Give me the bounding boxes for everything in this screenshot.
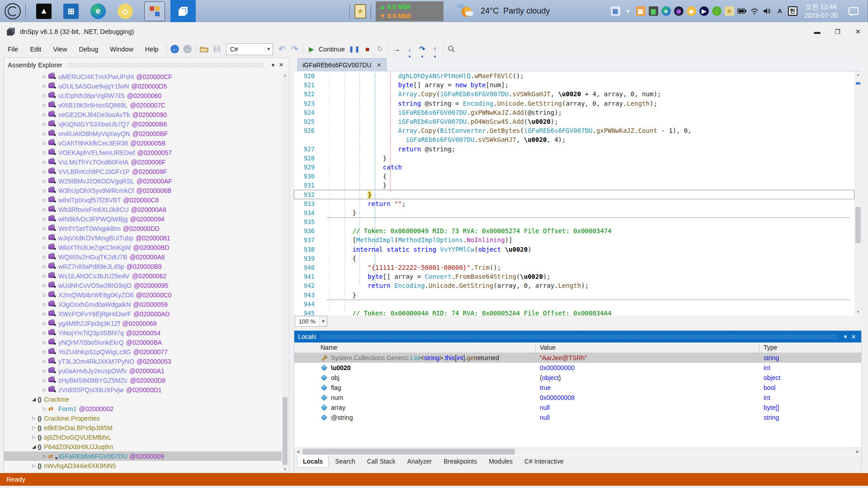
code-line-936[interactable]: 936// Token: 0x06000049 RID: 73 RVA: 0x0… [294, 226, 854, 235]
code-line-928[interactable]: 928} [294, 154, 854, 163]
code-line-927[interactable]: 927return @string; [294, 145, 854, 154]
code-line-937[interactable]: 937[MethodImpl(MethodImplOptions.NoInlin… [294, 235, 854, 244]
code-line-944[interactable]: 944 [294, 300, 854, 309]
ime-korean-icon[interactable]: 한 [788, 6, 797, 16]
weather-widget[interactable]: 24°C Partly cloudy [457, 4, 550, 19]
code-line-929[interactable]: 929catch [294, 163, 854, 172]
step-into-button[interactable]: ↓ [403, 43, 416, 56]
scroll-up-icon[interactable]: ▲ [282, 72, 288, 79]
scroll-down-icon[interactable]: ▼ [854, 309, 862, 315]
stop-debugging-button[interactable]: ■ [361, 43, 374, 56]
show-next-statement-button[interactable]: → [391, 43, 403, 56]
expand-icon[interactable]: ▷ [41, 292, 48, 297]
expand-icon[interactable]: ▷ [41, 406, 48, 411]
tree-item-yg4Mtlh2JFpi3q3K1Zf[interactable]: ▷yg4Mtlh2JFpi3q3K1Zf@02000068 [4, 319, 282, 328]
panel-splitter[interactable] [289, 57, 294, 473]
volume-icon[interactable] [763, 6, 772, 16]
tab-call-stack[interactable]: Call Stack [362, 455, 401, 467]
locals-column-headers[interactable]: Name Value Type [294, 343, 861, 353]
documents-icon[interactable]: ▨ [636, 6, 646, 16]
expand-icon[interactable]: ▷ [41, 349, 48, 354]
tab-search[interactable]: Search [330, 455, 360, 467]
expand-icon[interactable]: ▷ [41, 302, 48, 307]
undo-button[interactable]: ↶ [276, 43, 288, 56]
chart-icon[interactable]: ▆ [649, 6, 658, 16]
expand-icon[interactable]: ▷ [41, 150, 48, 155]
battery-icon[interactable] [737, 6, 747, 16]
start-button[interactable] [5, 3, 21, 19]
taskbar-clock[interactable]: 오전 12:44 2023-07-20 [803, 3, 839, 20]
dark-media-app-icon[interactable]: ▲ [36, 4, 52, 19]
yellow-messenger-icon[interactable]: ◇ [118, 4, 133, 19]
expand-icon[interactable]: ▷ [41, 84, 48, 89]
expand-icon[interactable]: ▷ [41, 178, 48, 183]
step-over-button[interactable]: ↷ [416, 43, 429, 56]
expand-icon[interactable]: ▷ [41, 378, 48, 383]
document-tab[interactable]: iGFaREb6s6FGV007DU ✕ [297, 58, 387, 71]
tree-item-zHyBkiSIb08BYGZ5MZc[interactable]: ▷zHyBkiSIb08BYGZ5MZc@020000D8 [4, 375, 282, 385]
navigate-forward-button[interactable]: → [181, 43, 194, 56]
expand-icon[interactable]: ▷ [41, 273, 48, 278]
tree-item-vOAhT8hKkfkCec3ER38[interactable]: ▷vOAhT8hKkfkCec3ER38@0200005B [4, 138, 282, 148]
tab-close-icon[interactable]: ✕ [377, 62, 382, 68]
tree-item-uOUL5ASGue9vjqY1fwN[interactable]: ▷uOUL5ASGue9vjqY1fwN@020000D5 [4, 81, 282, 91]
expand-icon[interactable]: ▷ [41, 122, 48, 127]
dnspy-taskbar-icon[interactable] [170, 0, 196, 22]
code-line-932[interactable]: 932} [294, 190, 854, 199]
code-line-941[interactable]: 941byte[] array = Convert.FromBase64Stri… [294, 272, 854, 281]
menu-help[interactable]: Help [139, 43, 165, 56]
expand-icon[interactable]: ▷ [41, 197, 48, 202]
expand-icon[interactable]: ▷ [41, 321, 48, 326]
desktop-grid-icon[interactable] [145, 2, 165, 21]
tree-item-WktXThI3UeZqKClmKgW[interactable]: ▷WktXThI3UeZqKClmKgW@020000BD [4, 243, 282, 252]
expand-icon[interactable]: ▷ [41, 340, 48, 345]
expand-icon[interactable]: ▷ [41, 131, 48, 136]
code-line-934[interactable]: 934} [294, 208, 854, 217]
zoom-level-combobox[interactable]: 100 % ▼ [295, 316, 327, 327]
tree-item-yu0aAHvbJy2euspOWfv[interactable]: ▷yu0aAHvbJy2euspOWfv@020000A1 [4, 366, 282, 375]
tree-item-Wb3RfovixFm6XL0k8CU[interactable]: ▷Wb3RfovixFm6XL0k8CU@020000A8 [4, 205, 282, 214]
expand-icon[interactable]: ▷ [41, 359, 48, 364]
tree-item-W3hUpOhX5yv9WRcmkCf[interactable]: ▷W3hUpOhX5yv9WRcmkCf@0200006B [4, 186, 282, 195]
code-line-933[interactable]: 933return ""; [294, 199, 854, 208]
expand-icon[interactable]: ▷ [30, 425, 38, 430]
kakao-icon[interactable]: ◆ [687, 6, 696, 16]
clipboard-star-pinned-icon[interactable]: ★ [354, 4, 366, 19]
code-line-930[interactable]: 930{ [294, 172, 854, 181]
tree-item-wIN9kfvDc3FPWQiWBjg[interactable]: ▷wIN9kfvDc3FPWQiWBjg@02000094 [4, 214, 282, 224]
locals-row[interactable]: System.Collections.Generic.List<string>.… [294, 353, 861, 363]
tree-item-YoZU4hKpS1pQWigLc9G[interactable]: ▷YoZU4hKpS1pQWigLc9G@02000077 [4, 347, 282, 357]
continue-button[interactable]: Continue [318, 46, 349, 53]
tab-c-interactive[interactable]: C# Interactive [519, 455, 569, 467]
code-line-940[interactable]: 940"{11111-22222-50001-00000}".Trim(); [294, 263, 854, 272]
code-line-931[interactable]: 931} [294, 181, 854, 190]
navigate-back-button[interactable]: ← [169, 43, 181, 56]
code-line-938[interactable]: 938internal static string VvYYPMlCw(obje… [294, 245, 854, 254]
expand-icon[interactable]: ▷ [41, 216, 48, 221]
tree-item-yT3LJOm4RkJXKM7PyNO[interactable]: ▷yT3LJOm4RkJXKM7PyNO@02000053 [4, 357, 282, 366]
search-button[interactable] [445, 43, 458, 56]
restart-button[interactable]: ↻ [374, 43, 387, 56]
tree-item-veGE2DKJ64De3ooAvTb[interactable]: ▷veGE2DKJ64De3ooAvTb@02000090 [4, 110, 282, 119]
tree-item-P64dZ0NX6H9UJJuq8m[interactable]: ◢{}P64dZ0NX6H9UJJuq8m [4, 442, 282, 451]
save-button[interactable] [211, 43, 223, 56]
wifi-icon[interactable] [750, 6, 760, 16]
scroll-down-icon[interactable]: ▼ [282, 466, 288, 473]
close-button[interactable]: ✕ [848, 25, 868, 38]
tree-item-e8kE9xDaLBPx9pJt85M[interactable]: ▷{}e8kE9xDaLBPx9pJt85M [4, 423, 282, 432]
code-line-926[interactable]: 926Array.Copy(BitConverter.GetBytes(iGFa… [294, 126, 854, 135]
expand-icon[interactable]: ▷ [30, 416, 38, 421]
edge-tray-icon[interactable]: e [661, 6, 671, 16]
expand-icon[interactable]: ▷ [41, 103, 48, 108]
expand-icon[interactable]: ▷ [41, 311, 48, 316]
idm-icon[interactable]: ↓ [712, 6, 722, 16]
tab-modules[interactable]: Modules [483, 455, 518, 467]
expand-icon[interactable]: ▷ [41, 188, 48, 193]
notification-center-icon[interactable] [849, 7, 859, 15]
expand-icon[interactable]: ▷ [41, 254, 48, 259]
health-heart-icon[interactable]: ♥ [623, 6, 633, 16]
code-line-922[interactable]: 922Array.Copy(iGFaREb6s6FGV007DU.sVSWkGa… [294, 89, 854, 99]
locals-row[interactable]: arraynullbyte[] [294, 403, 861, 413]
panel-close-icon[interactable]: ✕ [849, 333, 858, 340]
step-out-button[interactable]: ↑ [429, 43, 441, 56]
